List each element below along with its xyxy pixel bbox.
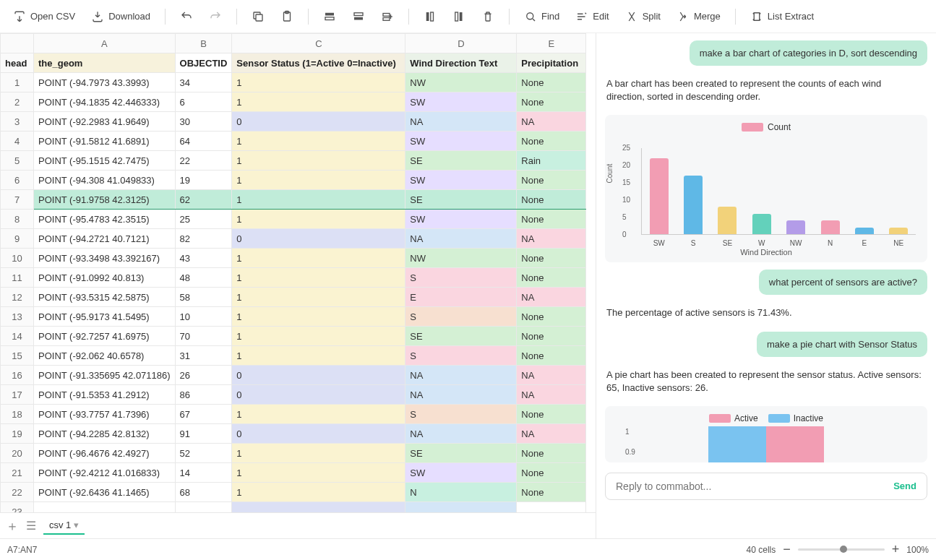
edit-button[interactable]: Edit <box>571 7 613 26</box>
cell-precip[interactable]: NA <box>517 385 586 405</box>
row-number[interactable]: 4 <box>1 132 34 151</box>
cell-geom[interactable]: POINT (-91.335695 42.071186) <box>34 366 176 385</box>
row-number[interactable]: 19 <box>1 424 34 444</box>
chat-input[interactable] <box>616 481 893 492</box>
cell-precip[interactable]: None <box>517 73 586 92</box>
row-number[interactable]: 23 <box>1 502 34 513</box>
insert-row-bottom-button[interactable] <box>348 7 369 26</box>
cell-objectid[interactable]: 26 <box>175 366 232 385</box>
cell-objectid[interactable]: 30 <box>175 112 232 132</box>
cell-status[interactable]: 1 <box>232 171 405 190</box>
cell-status[interactable]: 0 <box>232 112 405 132</box>
cell-precip[interactable]: None <box>517 346 586 366</box>
cell-geom[interactable]: POINT (-94.7973 43.3993) <box>34 73 176 92</box>
cell-status[interactable]: 1 <box>232 405 405 424</box>
cell-objectid[interactable]: 70 <box>175 327 232 346</box>
row-number[interactable]: 3 <box>1 112 34 132</box>
cell-wind[interactable]: SW <box>405 132 517 151</box>
cell-geom[interactable]: POINT (-94.2285 42.8132) <box>34 424 176 444</box>
cell-wind[interactable]: N <box>405 483 517 502</box>
cell-geom[interactable]: POINT (-94.2721 40.7121) <box>34 229 176 249</box>
cell-precip[interactable]: None <box>517 190 586 210</box>
list-extract-button[interactable]: List Extract <box>746 7 818 26</box>
cell-objectid[interactable]: 34 <box>175 73 232 92</box>
cell-wind[interactable]: NA <box>405 385 517 405</box>
row-number[interactable]: 7 <box>1 190 34 210</box>
cell-status[interactable]: 1 <box>232 288 405 307</box>
redo-button[interactable] <box>205 7 226 26</box>
row-number[interactable]: 2 <box>1 92 34 112</box>
cell-wind[interactable]: SW <box>405 92 517 112</box>
cell-precip[interactable]: None <box>517 249 586 268</box>
cell-objectid[interactable]: 82 <box>175 229 232 249</box>
cell-objectid[interactable]: 86 <box>175 385 232 405</box>
delete-col-button[interactable] <box>477 7 499 26</box>
cell-precip[interactable]: None <box>517 444 586 463</box>
table-row[interactable]: 22 POINT (-92.6436 41.1465) 68 1 N None <box>1 483 586 502</box>
row-number[interactable]: 10 <box>1 249 34 268</box>
cell-wind[interactable]: E <box>405 288 517 307</box>
add-sheet-button[interactable]: ＋ <box>6 517 19 535</box>
table-row[interactable]: 21 POINT (-92.4212 41.016833) 14 1 SW No… <box>1 463 586 483</box>
cell-objectid[interactable]: 67 <box>175 405 232 424</box>
cell-precip[interactable]: None <box>517 307 586 327</box>
cell-status[interactable]: 1 <box>232 249 405 268</box>
table-row[interactable]: 17 POINT (-91.5353 41.2912) 86 0 NA NA <box>1 385 586 405</box>
cell-wind[interactable]: S <box>405 405 517 424</box>
grid-scroll[interactable]: A B C D E head the_geom OBJECTID Sensor … <box>0 33 596 512</box>
cell-objectid[interactable]: 48 <box>175 268 232 288</box>
cell-wind[interactable]: SW <box>405 463 517 483</box>
cell-geom[interactable]: POINT (-93.5315 42.5875) <box>34 288 176 307</box>
cell-objectid[interactable]: 19 <box>175 171 232 190</box>
row-number[interactable]: 1 <box>1 73 34 92</box>
table-row[interactable]: 7 POINT (-91.9758 42.3125) 62 1 SE None <box>1 190 586 210</box>
cell-wind[interactable]: S <box>405 346 517 366</box>
row-number[interactable]: 12 <box>1 288 34 307</box>
row-number[interactable]: 16 <box>1 366 34 385</box>
row-number[interactable]: 13 <box>1 307 34 327</box>
cell-objectid[interactable]: 14 <box>175 463 232 483</box>
header-geom[interactable]: the_geom <box>34 53 176 73</box>
cell-wind[interactable]: NW <box>405 73 517 92</box>
table-row[interactable]: 6 POINT (-94.308 41.049833) 19 1 SW None <box>1 171 586 190</box>
table-row[interactable]: 11 POINT (-91.0992 40.813) 48 1 S None <box>1 268 586 288</box>
cell-status[interactable]: 1 <box>232 346 405 366</box>
cell-objectid[interactable]: 25 <box>175 210 232 229</box>
cell-status[interactable]: 0 <box>232 424 405 444</box>
table-row[interactable]: 18 POINT (-93.7757 41.7396) 67 1 S None <box>1 405 586 424</box>
cell-precip[interactable]: None <box>517 268 586 288</box>
cell-objectid[interactable]: 6 <box>175 92 232 112</box>
table-row[interactable]: 15 POINT (-92.062 40.6578) 31 1 S None <box>1 346 586 366</box>
cell-status[interactable]: 1 <box>232 210 405 229</box>
row-number[interactable]: 18 <box>1 405 34 424</box>
cell-precip[interactable]: NA <box>517 288 586 307</box>
cell-wind[interactable]: SW <box>405 210 517 229</box>
cell-status[interactable]: 1 <box>232 151 405 171</box>
row-number[interactable]: 6 <box>1 171 34 190</box>
cell-geom[interactable]: POINT (-94.1835 42.446333) <box>34 92 176 112</box>
header-wind[interactable]: Wind Direction Text <box>405 53 517 73</box>
cell-geom[interactable]: POINT (-95.1515 42.7475) <box>34 151 176 171</box>
cell-geom[interactable]: POINT (-93.3498 43.392167) <box>34 249 176 268</box>
cell-objectid[interactable]: 52 <box>175 444 232 463</box>
cell-wind[interactable]: NA <box>405 424 517 444</box>
cell-precip[interactable]: NA <box>517 112 586 132</box>
col-C[interactable]: C <box>232 34 405 53</box>
col-A[interactable]: A <box>34 34 176 53</box>
row-number[interactable]: 21 <box>1 463 34 483</box>
cell-precip[interactable]: None <box>517 210 586 229</box>
cell-status[interactable]: 1 <box>232 307 405 327</box>
cell-objectid[interactable]: 43 <box>175 249 232 268</box>
cell-status[interactable]: 1 <box>232 268 405 288</box>
zoom-out-button[interactable]: − <box>783 542 791 557</box>
cell-status[interactable]: 1 <box>232 92 405 112</box>
table-row[interactable]: 2 POINT (-94.1835 42.446333) 6 1 SW None <box>1 92 586 112</box>
row-number[interactable]: 9 <box>1 229 34 249</box>
cell-objectid[interactable]: 22 <box>175 151 232 171</box>
cell-status[interactable]: 1 <box>232 463 405 483</box>
table-row[interactable]: 1 POINT (-94.7973 43.3993) 34 1 NW None <box>1 73 586 92</box>
insert-col-left-button[interactable] <box>419 7 441 26</box>
find-button[interactable]: Find <box>520 7 564 26</box>
cell-precip[interactable]: NA <box>517 366 586 385</box>
cell-status[interactable]: 0 <box>232 366 405 385</box>
